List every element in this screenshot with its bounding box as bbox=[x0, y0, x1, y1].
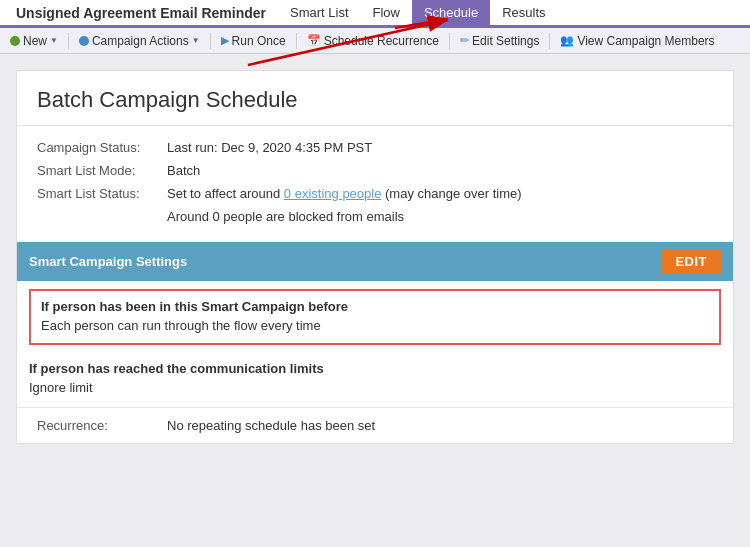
setting1-normal: Each person can run through the flow eve… bbox=[41, 318, 709, 333]
campaign-actions-button[interactable]: Campaign Actions ▼ bbox=[73, 32, 206, 50]
status-value: Last run: Dec 9, 2020 4:35 PM PST bbox=[167, 140, 372, 155]
tab-smart-list-label: Smart List bbox=[290, 5, 349, 20]
settings-content-box: If person has been in this Smart Campaig… bbox=[29, 289, 721, 345]
recurrence-value: No repeating schedule has been set bbox=[167, 418, 375, 433]
blocked-row: Around 0 people are blocked from emails bbox=[37, 209, 713, 224]
recurrence-section: Recurrence: No repeating schedule has be… bbox=[17, 407, 733, 443]
campaign-actions-label: Campaign Actions bbox=[92, 34, 189, 48]
edit-settings-label: Edit Settings bbox=[472, 34, 539, 48]
new-button[interactable]: New ▼ bbox=[4, 32, 64, 50]
run-once-button[interactable]: ▶ Run Once bbox=[215, 32, 292, 50]
tab-results-label: Results bbox=[502, 5, 545, 20]
separator-1 bbox=[68, 33, 69, 49]
info-section: Campaign Status: Last run: Dec 9, 2020 4… bbox=[17, 126, 733, 242]
settings-bar: Smart Campaign Settings EDIT bbox=[17, 242, 733, 281]
tab-schedule-label: Schedule bbox=[424, 5, 478, 20]
toolbar: New ▼ Campaign Actions ▼ ▶ Run Once 📅 Sc… bbox=[0, 28, 750, 54]
view-campaign-members-button[interactable]: 👥 View Campaign Members bbox=[554, 32, 720, 50]
schedule-recurrence-button[interactable]: 📅 Schedule Recurrence bbox=[301, 32, 445, 50]
schedule-recurrence-label: Schedule Recurrence bbox=[324, 34, 439, 48]
separator-4 bbox=[449, 33, 450, 49]
smart-list-mode-label: Smart List Mode: bbox=[37, 163, 167, 178]
new-icon bbox=[10, 36, 20, 46]
run-once-label: Run Once bbox=[232, 34, 286, 48]
separator-3 bbox=[296, 33, 297, 49]
tab-results[interactable]: Results bbox=[490, 0, 557, 28]
campaign-actions-icon bbox=[79, 36, 89, 46]
tab-smart-list[interactable]: Smart List bbox=[278, 0, 361, 28]
setting2-bold: If person has reached the communication … bbox=[29, 361, 721, 376]
campaign-actions-caret: ▼ bbox=[192, 36, 200, 45]
run-once-icon: ▶ bbox=[221, 34, 229, 47]
smart-list-status-row: Smart List Status: Set to affect around … bbox=[37, 186, 713, 201]
edit-settings-icon: ✏ bbox=[460, 34, 469, 47]
existing-people-link[interactable]: 0 existing people bbox=[284, 186, 382, 201]
settings-below: If person has reached the communication … bbox=[17, 353, 733, 407]
campaign-status-row: Campaign Status: Last run: Dec 9, 2020 4… bbox=[37, 140, 713, 155]
setting2-normal: Ignore limit bbox=[29, 380, 721, 395]
view-members-icon: 👥 bbox=[560, 34, 574, 47]
recurrence-row: Recurrence: No repeating schedule has be… bbox=[37, 418, 713, 433]
recurrence-label: Recurrence: bbox=[37, 418, 167, 433]
main-content: Batch Campaign Schedule Campaign Status:… bbox=[0, 54, 750, 547]
top-nav-bar: Unsigned Agreement Email Reminder Smart … bbox=[0, 0, 750, 28]
smart-list-mode-row: Smart List Mode: Batch bbox=[37, 163, 713, 178]
new-label: New bbox=[23, 34, 47, 48]
schedule-recurrence-icon: 📅 bbox=[307, 34, 321, 47]
tab-flow[interactable]: Flow bbox=[361, 0, 412, 28]
view-members-label: View Campaign Members bbox=[577, 34, 714, 48]
setting1-bold: If person has been in this Smart Campaig… bbox=[41, 299, 709, 314]
content-card: Batch Campaign Schedule Campaign Status:… bbox=[16, 70, 734, 444]
tab-title-label: Unsigned Agreement Email Reminder bbox=[16, 5, 266, 21]
smart-list-status-label: Smart List Status: bbox=[37, 186, 167, 201]
separator-5 bbox=[549, 33, 550, 49]
edit-button[interactable]: EDIT bbox=[661, 250, 721, 273]
tab-title[interactable]: Unsigned Agreement Email Reminder bbox=[4, 0, 278, 28]
tab-flow-label: Flow bbox=[373, 5, 400, 20]
separator-2 bbox=[210, 33, 211, 49]
tab-schedule[interactable]: Schedule bbox=[412, 0, 490, 28]
settings-bar-label: Smart Campaign Settings bbox=[29, 254, 187, 269]
new-caret: ▼ bbox=[50, 36, 58, 45]
edit-settings-button[interactable]: ✏ Edit Settings bbox=[454, 32, 545, 50]
status-label: Campaign Status: bbox=[37, 140, 167, 155]
smart-list-mode-value: Batch bbox=[167, 163, 200, 178]
page-title: Batch Campaign Schedule bbox=[17, 71, 733, 126]
smart-list-status-value: Set to affect around 0 existing people (… bbox=[167, 186, 522, 201]
blocked-text: Around 0 people are blocked from emails bbox=[167, 209, 404, 224]
